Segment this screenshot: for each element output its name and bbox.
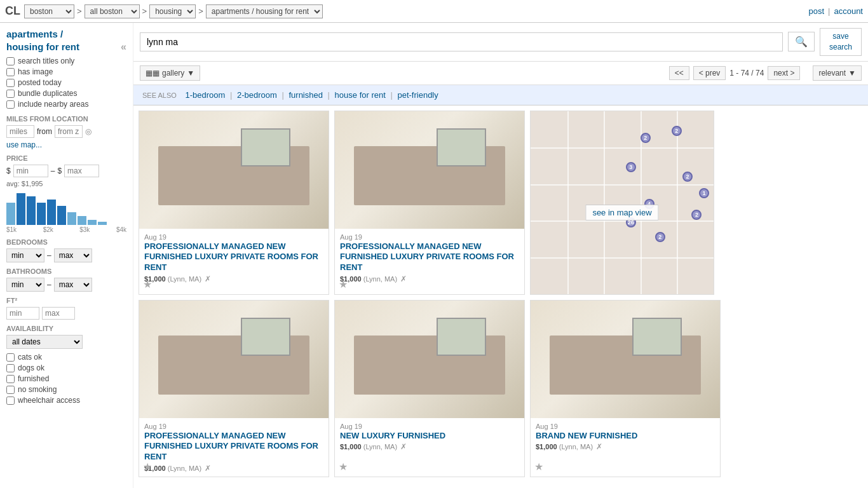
furnished-label[interactable]: furnished (6, 374, 126, 383)
remove-listing-button[interactable]: ✗ (205, 464, 211, 473)
see-also-2bedroom[interactable]: 2-bedroom (237, 90, 277, 100)
map-dot[interactable]: 2 (691, 210, 702, 220)
ft2-max-input[interactable] (42, 307, 75, 320)
histogram-bar (6, 203, 15, 225)
listing-title[interactable]: PROFESSIONALLY MANAGED NEW FURNISHED LUX… (144, 431, 323, 463)
see-also-1bedroom[interactable]: 1-bedroom (185, 90, 225, 100)
gallery-button[interactable]: ▦▦ gallery ▼ (140, 65, 200, 81)
category1-select[interactable]: housing for sale jobs (149, 4, 196, 18)
next-page-button[interactable]: next > (768, 66, 800, 80)
search-input[interactable] (140, 32, 783, 51)
price-max-input[interactable] (64, 165, 99, 177)
see-also-furnished[interactable]: furnished (288, 90, 322, 100)
sort-select[interactable]: relevant ▼ (813, 65, 862, 81)
posted-today-checkbox[interactable] (6, 79, 15, 87)
ft2-row (6, 307, 126, 320)
search-button[interactable]: 🔍 (788, 32, 815, 51)
bathrooms-max-select[interactable]: max11.52 (54, 278, 92, 292)
listing-card[interactable]: $1,000 ★ Aug 19 PROFESSIONALLY MANAGED N… (334, 111, 525, 295)
listing-title[interactable]: PROFESSIONALLY MANAGED NEW FURNISHED LUX… (340, 241, 519, 274)
save-search-button[interactable]: save search (820, 28, 862, 56)
listing-card[interactable]: $1,000 ★ Aug 19 BRAND NEW FURNISHED $1,0… (530, 300, 721, 478)
category2-select[interactable]: apartments / housing for rent rooms & sh… (206, 4, 323, 18)
see-also-pet-friendly[interactable]: pet-friendly (397, 90, 438, 100)
dogs-ok-checkbox[interactable] (6, 364, 15, 372)
listing-date: Aug 19 (144, 423, 166, 430)
remove-listing-button[interactable]: ✗ (596, 442, 602, 451)
listing-image (335, 111, 524, 229)
cats-ok-label[interactable]: cats ok (6, 353, 126, 362)
cats-ok-checkbox[interactable] (6, 353, 15, 362)
availability-select[interactable]: all dates today this week this month (6, 335, 83, 349)
post-link[interactable]: post (808, 6, 824, 16)
map-dot[interactable]: 2 (655, 232, 665, 242)
bundle-duplicates-checkbox[interactable] (6, 90, 15, 98)
listing-title[interactable]: NEW LUXURY FURNISHED (340, 431, 519, 442)
histogram-labels: $1k $2k $3k $4k (6, 226, 126, 233)
ft2-min-input[interactable] (6, 307, 39, 320)
map-dot[interactable]: 1 (699, 188, 709, 198)
bedrooms-max-select[interactable]: max0123 (54, 248, 92, 262)
map-dot[interactable]: 2 (682, 172, 693, 182)
remove-listing-button[interactable]: ✗ (400, 442, 407, 451)
wheelchair-access-label[interactable]: wheelchair access (6, 396, 126, 405)
location-icon[interactable]: ◎ (85, 127, 92, 136)
map-dot[interactable]: 2 (672, 126, 682, 136)
zip-input[interactable] (55, 125, 83, 138)
region-select[interactable]: all boston cambridge somerville (85, 4, 140, 18)
price-min-input[interactable] (13, 165, 48, 177)
listing-info: Aug 19 PROFESSIONALLY MANAGED NEW FURNIS… (335, 229, 524, 288)
dogs-ok-label[interactable]: dogs ok (6, 363, 126, 372)
posted-today-label[interactable]: posted today (6, 78, 126, 87)
prev-page-button[interactable]: < prev (693, 66, 726, 80)
use-map-link[interactable]: use map... (6, 140, 42, 149)
wheelchair-access-checkbox[interactable] (6, 396, 15, 405)
map-dot[interactable]: 3 (626, 162, 636, 172)
price-label: PRICE (6, 154, 126, 162)
bathrooms-min-select[interactable]: min11.52 (6, 278, 44, 292)
include-nearby-areas-checkbox[interactable] (6, 100, 15, 109)
collapse-icon[interactable]: « (121, 41, 126, 54)
miles-input[interactable] (6, 125, 34, 138)
bedrooms-label: BEDROOMS (6, 238, 126, 246)
furnished-checkbox[interactable] (6, 375, 15, 383)
extras-checkboxes: cats ok dogs ok furnished no smoking whe… (6, 353, 126, 405)
map-dot[interactable]: 2 (641, 133, 651, 143)
listing-meta-location: (Lynn, MA) (559, 443, 593, 451)
has-image-checkbox[interactable] (6, 68, 15, 76)
filter-checkboxes: search titles only has image posted toda… (6, 57, 126, 109)
remove-listing-button[interactable]: ✗ (205, 274, 211, 283)
favorite-star-icon[interactable]: ★ (534, 461, 543, 473)
see-in-map-view-link[interactable]: see in map view (585, 205, 658, 220)
first-page-button[interactable]: << (669, 66, 689, 80)
search-titles-only-checkbox[interactable] (6, 57, 15, 65)
no-smoking-label[interactable]: no smoking (6, 385, 126, 394)
search-titles-only-label[interactable]: search titles only (6, 57, 126, 65)
listing-meta-price: $1,000 (536, 443, 557, 451)
city-select[interactable]: boston new york chicago (24, 4, 74, 18)
see-also-house-for-rent[interactable]: house for rent (335, 90, 386, 100)
no-smoking-checkbox[interactable] (6, 386, 15, 394)
listing-meta-location: (Lynn, MA) (168, 464, 201, 472)
listing-card[interactable]: $1,000 ★ Aug 19 PROFESSIONALLY MANAGED N… (139, 111, 329, 295)
avg-price: avg: $1,995 (6, 180, 126, 187)
listing-title[interactable]: BRAND NEW FURNISHED (536, 431, 715, 442)
listing-date: Aug 19 (144, 233, 166, 241)
has-image-label[interactable]: has image (6, 67, 126, 76)
favorite-star-icon[interactable]: ★ (339, 278, 348, 290)
listing-meta: $1,000 (Lynn, MA) ✗ (340, 442, 519, 451)
include-nearby-areas-label[interactable]: include nearby areas (6, 100, 126, 109)
listing-image (531, 301, 720, 418)
favorite-star-icon[interactable]: ★ (143, 278, 152, 290)
bedrooms-min-select[interactable]: min0123 (6, 248, 44, 262)
listing-card[interactable]: $1,000 ★ Aug 19 NEW LUXURY FURNISHED $1,… (334, 300, 525, 478)
listing-title[interactable]: PROFESSIONALLY MANAGED NEW FURNISHED LUX… (144, 241, 323, 274)
account-link[interactable]: account (834, 6, 863, 16)
remove-listing-button[interactable]: ✗ (400, 274, 407, 283)
map-panel[interactable]: 2 2 3 2 4 26 2 1 2 see in map view (530, 111, 714, 295)
favorite-star-icon[interactable]: ★ (339, 461, 348, 473)
bundle-duplicates-label[interactable]: bundle duplicates (6, 89, 126, 98)
nav-pipe: | (828, 6, 830, 16)
favorite-star-icon[interactable]: ★ (143, 461, 152, 473)
listing-card[interactable]: $1,000 ★ Aug 19 PROFESSIONALLY MANAGED N… (139, 300, 329, 478)
